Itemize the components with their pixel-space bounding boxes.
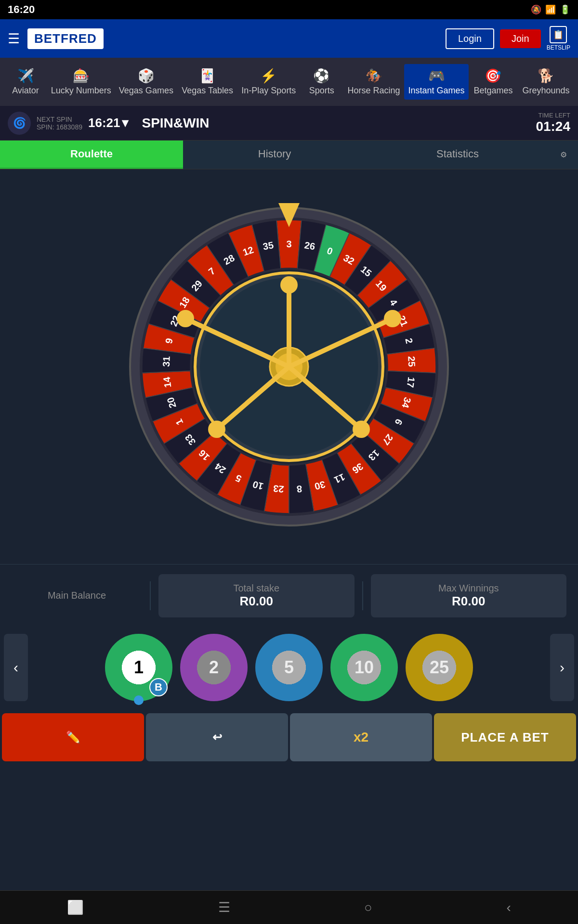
lucky-numbers-icon: 🎰	[73, 68, 90, 84]
balance-divider-2	[362, 581, 363, 610]
nav-label-lucky-numbers: Lucky Numbers	[51, 86, 111, 96]
wheel-pointer	[278, 203, 300, 227]
total-stake-card: Total stake R0.00	[158, 574, 355, 617]
nav-label-inplay: In-Play Sports	[241, 86, 296, 96]
svg-point-89	[208, 421, 225, 438]
erase-button[interactable]: ✏️	[2, 713, 144, 761]
chip-10[interactable]: 10	[330, 634, 398, 701]
bottom-nav-back-icon[interactable]: ‹	[506, 900, 511, 915]
bottom-nav: ⬜ ☰ ○ ‹	[0, 890, 578, 924]
nav-item-greyhounds[interactable]: 🐕 Greyhounds	[518, 64, 574, 100]
join-button[interactable]: Join	[500, 29, 541, 48]
spin-time[interactable]: 16:21 ▾	[88, 116, 129, 130]
logo[interactable]: BETFRED	[27, 28, 104, 49]
svg-text:25: 25	[406, 356, 417, 367]
chip-1[interactable]: 1 B	[105, 634, 172, 701]
time-left-value: 01:24	[536, 119, 570, 134]
betslip-button[interactable]: 📋 BETSLIP	[547, 26, 570, 51]
chip-5[interactable]: 5	[255, 634, 323, 701]
settings-icon: ⚙	[560, 150, 567, 159]
tab-bar: Roulette History Statistics ⚙	[0, 141, 578, 169]
nav-label-horse-racing: Horse Racing	[348, 86, 400, 96]
nav-item-sports[interactable]: ⚽ Sports	[300, 64, 343, 100]
nav-label-betgames: Betgames	[473, 86, 512, 96]
game-header-left: 🌀 NEXT SPIN SPIN: 1683089 16:21 ▾ SPIN&W…	[8, 112, 209, 135]
vegas-games-icon: 🎲	[138, 68, 155, 84]
chips-next-button[interactable]: ›	[550, 634, 574, 701]
main-balance-label: Main Balance	[48, 590, 106, 601]
svg-text:31: 31	[161, 356, 172, 367]
spin-id: SPIN: 1683089	[37, 123, 82, 131]
inplay-icon: ⚡	[260, 68, 277, 84]
total-stake-label: Total stake	[233, 583, 279, 594]
nav-item-aviator[interactable]: ✈️ Aviator	[4, 64, 47, 100]
sports-icon: ⚽	[313, 68, 330, 84]
nav-label-sports: Sports	[309, 86, 334, 96]
nav-label-aviator: Aviator	[12, 86, 39, 96]
max-winnings-value: R0.00	[452, 594, 485, 609]
game-header-right: TIME LEFT 01:24	[536, 112, 570, 134]
chip-2[interactable]: 2	[180, 634, 248, 701]
main-balance-box: Main Balance	[12, 590, 142, 601]
chips-row: 1 B 2 5 10 25	[32, 634, 546, 701]
betgames-icon: 🎯	[485, 68, 501, 84]
svg-point-91	[177, 310, 194, 327]
next-spin-label: NEXT SPIN	[37, 116, 82, 123]
svg-text:3: 3	[286, 239, 291, 249]
instant-games-icon: 🎮	[428, 68, 445, 84]
nav-item-vegas-games[interactable]: 🎲 Vegas Games	[115, 64, 177, 100]
svg-point-87	[280, 276, 298, 294]
menu-icon[interactable]: ☰	[8, 31, 20, 47]
x2-button[interactable]: x2	[290, 713, 432, 761]
tab-roulette[interactable]: Roulette	[0, 141, 183, 169]
chip-25[interactable]: 25	[406, 634, 473, 701]
svg-point-88	[353, 421, 370, 438]
max-winnings-label: Max Winnings	[438, 583, 499, 594]
erase-icon: ✏️	[66, 731, 80, 744]
chips-area: ‹ 1 B 2 5 10 25 ›	[0, 627, 578, 708]
nav-item-horse-racing[interactable]: 🏇 Horse Racing	[343, 64, 405, 100]
betslip-icon: 📋	[550, 26, 567, 43]
header-right: Login Join 📋 BETSLIP	[446, 26, 570, 51]
undo-button[interactable]: ↩	[146, 713, 288, 761]
undo-icon: ↩	[212, 731, 222, 744]
svg-text:26: 26	[303, 240, 316, 252]
nav-label-vegas-tables: Vegas Tables	[182, 86, 233, 96]
time-left-label: TIME LEFT	[539, 112, 570, 119]
settings-button[interactable]: ⚙	[549, 141, 578, 169]
svg-point-90	[384, 310, 401, 327]
tab-statistics[interactable]: Statistics	[366, 141, 549, 169]
nav-item-betgames[interactable]: 🎯 Betgames	[469, 64, 518, 100]
vegas-tables-icon: 🃏	[199, 68, 216, 84]
chip-b-badge: B	[149, 678, 168, 696]
chips-prev-button[interactable]: ‹	[4, 634, 28, 701]
greyhounds-icon: 🐕	[538, 68, 554, 84]
svg-text:14: 14	[161, 376, 173, 388]
spin-icon: 🌀	[8, 112, 31, 135]
game-meta: NEXT SPIN SPIN: 1683089	[37, 116, 82, 131]
wheel-area: 3260321519421225173462713361130823105241…	[0, 169, 578, 564]
aviator-icon: ✈️	[17, 68, 34, 84]
betslip-label: BETSLIP	[547, 44, 570, 51]
nav-item-instant-games[interactable]: 🎮 Instant Games	[404, 64, 468, 100]
nav-item-lucky-numbers[interactable]: 🎰 Lucky Numbers	[47, 64, 115, 100]
svg-text:23: 23	[273, 483, 284, 495]
action-bar: ✏️ ↩ x2 PLACE A BET	[0, 708, 578, 766]
nav-label-instant-games: Instant Games	[408, 86, 465, 96]
spin-win-title: SPIN&WIN	[142, 116, 209, 131]
header: ☰ BETFRED Login Join 📋 BETSLIP	[0, 19, 578, 58]
login-button[interactable]: Login	[446, 28, 494, 49]
bottom-nav-home-icon[interactable]: ⬜	[67, 899, 84, 915]
bottom-nav-circle-icon[interactable]: ○	[364, 900, 372, 915]
game-header: 🌀 NEXT SPIN SPIN: 1683089 16:21 ▾ SPIN&W…	[0, 106, 578, 141]
nav-label-greyhounds: Greyhounds	[522, 86, 569, 96]
header-left: ☰ BETFRED	[8, 28, 104, 49]
svg-text:17: 17	[405, 376, 417, 388]
roulette-wheel[interactable]: 3260321519421225173462713361130823105241…	[125, 203, 453, 530]
nav-item-inplay[interactable]: ⚡ In-Play Sports	[237, 64, 300, 100]
nav-label-vegas-games: Vegas Games	[119, 86, 173, 96]
tab-history[interactable]: History	[183, 141, 366, 169]
nav-item-vegas-tables[interactable]: 🃏 Vegas Tables	[177, 64, 237, 100]
bottom-nav-menu-icon[interactable]: ☰	[218, 899, 230, 915]
place-bet-button[interactable]: PLACE A BET	[434, 713, 576, 761]
